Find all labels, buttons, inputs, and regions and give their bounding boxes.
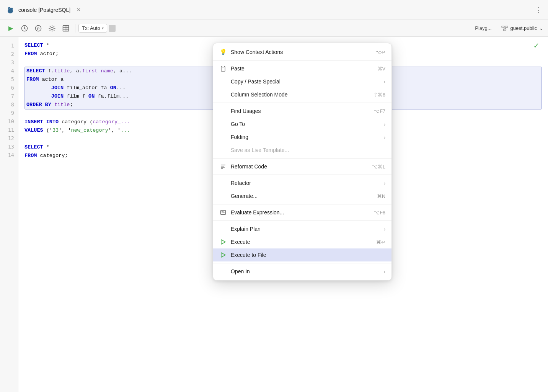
menu-item-execute[interactable]: Execute ⌘↩ <box>213 235 391 248</box>
explain-plan-label: Explain Plan <box>231 226 380 232</box>
tx-dropdown[interactable]: Tx: Auto ▾ <box>78 24 107 33</box>
execute-to-file-icon <box>219 251 227 259</box>
evaluate-icon <box>219 209 227 216</box>
reformat-label: Reformat Code <box>231 163 368 170</box>
save-template-label: Save as Live Template... <box>231 147 385 153</box>
more-options-button[interactable]: ⋮ <box>535 6 542 14</box>
line-numbers: 1 2 3 4 5 6 7 8 9 10 11 12 13 14 <box>0 37 18 392</box>
execute-shortcut: ⌘↩ <box>376 239 385 245</box>
line-num-6: 6 <box>11 83 14 92</box>
line-num-14: 14 <box>8 151 14 159</box>
main-window: console [PostgreSQL] ✕ ⋮ ▶ P <box>0 0 548 392</box>
schema-label: guest.public <box>510 25 537 31</box>
menu-item-evaluate[interactable]: Evaluate Expression... ⌥F8 <box>213 206 391 219</box>
history-button[interactable] <box>18 22 31 34</box>
menu-item-reformat[interactable]: Reformat Code ⌥⌘L <box>213 160 391 173</box>
tx-label: Tx: Auto <box>82 25 100 31</box>
svg-rect-9 <box>63 25 69 31</box>
postgres-icon <box>6 6 15 14</box>
line-num-3: 3 <box>11 58 14 67</box>
menu-item-find-usages[interactable]: Find Usages ⌥F7 <box>213 105 391 118</box>
settings-button[interactable] <box>46 22 58 34</box>
window-title: console [PostgreSQL] <box>18 7 70 13</box>
menu-item-save-template: Save as Live Template... <box>213 144 391 157</box>
explain-plan-arrow: › <box>384 226 385 232</box>
svg-rect-20 <box>222 66 224 67</box>
menu-item-folding[interactable]: Folding › <box>213 131 391 144</box>
menu-item-go-to[interactable]: Go To › <box>213 118 391 131</box>
line-num-13: 13 <box>8 142 14 151</box>
open-in-label: Open In <box>231 268 380 274</box>
find-usages-shortcut: ⌥F7 <box>374 108 385 114</box>
go-to-label: Go To <box>231 121 380 127</box>
svg-point-4 <box>9 8 10 9</box>
menu-item-show-context[interactable]: 💡 Show Context Actions ⌥↩ <box>213 46 391 59</box>
execute-icon <box>219 238 227 246</box>
paste-shortcut: ⌘V <box>377 66 385 72</box>
toolbar: ▶ P <box>0 20 548 37</box>
generate-label: Generate... <box>231 193 373 199</box>
paste-label: Paste <box>231 65 373 72</box>
menu-divider-5 <box>213 220 391 221</box>
menu-item-generate[interactable]: Generate... ⌘N <box>213 189 391 203</box>
svg-rect-16 <box>503 29 506 31</box>
menu-item-open-in[interactable]: Open In › <box>213 265 391 278</box>
show-context-shortcut: ⌥↩ <box>375 49 385 55</box>
go-to-arrow: › <box>384 121 385 127</box>
svg-text:P: P <box>37 27 39 31</box>
folding-arrow: › <box>384 134 385 140</box>
line-num-4: 4 <box>11 67 14 75</box>
tx-arrow: ▾ <box>102 26 104 30</box>
menu-divider-0 <box>213 60 391 60</box>
reformat-icon <box>219 163 227 170</box>
lightbulb-icon: 💡 <box>219 48 227 56</box>
profile-button[interactable]: P <box>32 22 44 34</box>
svg-marker-29 <box>221 240 225 244</box>
evaluate-shortcut: ⌥F8 <box>374 210 385 216</box>
svg-rect-25 <box>221 211 226 215</box>
menu-item-column-selection[interactable]: Column Selection Mode ⇧⌘8 <box>213 88 391 101</box>
menu-divider-4 <box>213 204 391 204</box>
table-button[interactable] <box>60 22 72 34</box>
line-num-1: 1 <box>11 41 14 50</box>
menu-item-execute-to-file[interactable]: Execute to File <box>213 248 391 261</box>
run-button[interactable]: ▶ <box>5 22 17 34</box>
line-num-9: 9 <box>11 109 14 117</box>
line-num-8: 8 <box>11 100 14 109</box>
schema-arrow: ⌄ <box>539 25 543 31</box>
open-in-arrow: › <box>384 269 385 274</box>
menu-item-copy-paste-special[interactable]: Copy / Paste Special › <box>213 75 391 88</box>
generate-shortcut: ⌘N <box>377 193 385 199</box>
execute-to-file-label: Execute to File <box>231 252 385 258</box>
toolbar-divider-2 <box>498 24 498 33</box>
show-context-label: Show Context Actions <box>231 49 372 55</box>
svg-rect-14 <box>502 26 504 28</box>
evaluate-label: Evaluate Expression... <box>231 209 370 216</box>
checkmark-indicator: ✓ <box>534 42 539 51</box>
toolbar-divider-1 <box>75 24 75 33</box>
menu-item-explain-plan[interactable]: Explain Plan › <box>213 222 391 235</box>
line-num-5: 5 <box>11 75 14 83</box>
stop-button[interactable] <box>109 25 116 32</box>
context-menu: 💡 Show Context Actions ⌥↩ Paste ⌘V Copy … <box>213 43 392 281</box>
refactor-label: Refactor <box>231 180 380 186</box>
editor-area: 1 2 3 4 5 6 7 8 9 10 11 12 13 14 SELECT … <box>0 37 548 392</box>
column-selection-shortcut: ⇧⌘8 <box>373 92 385 98</box>
menu-item-paste[interactable]: Paste ⌘V <box>213 62 391 75</box>
clipboard-icon <box>219 65 227 72</box>
line-num-2: 2 <box>11 50 14 58</box>
playground-label: Playg... <box>472 24 494 33</box>
column-selection-label: Column Selection Mode <box>231 91 370 98</box>
reformat-shortcut: ⌥⌘L <box>372 164 385 170</box>
svg-rect-15 <box>505 26 508 28</box>
menu-item-refactor[interactable]: Refactor › <box>213 176 391 189</box>
execute-label: Execute <box>231 239 372 245</box>
line-num-12: 12 <box>8 134 14 142</box>
svg-point-3 <box>11 8 13 10</box>
menu-divider-2 <box>213 158 391 158</box>
menu-divider-6 <box>213 263 391 263</box>
schema-selector[interactable]: guest.public ⌄ <box>501 25 543 31</box>
close-tab-button[interactable]: ✕ <box>77 7 81 13</box>
copy-paste-label: Copy / Paste Special <box>231 78 380 85</box>
refactor-arrow: › <box>384 180 385 186</box>
